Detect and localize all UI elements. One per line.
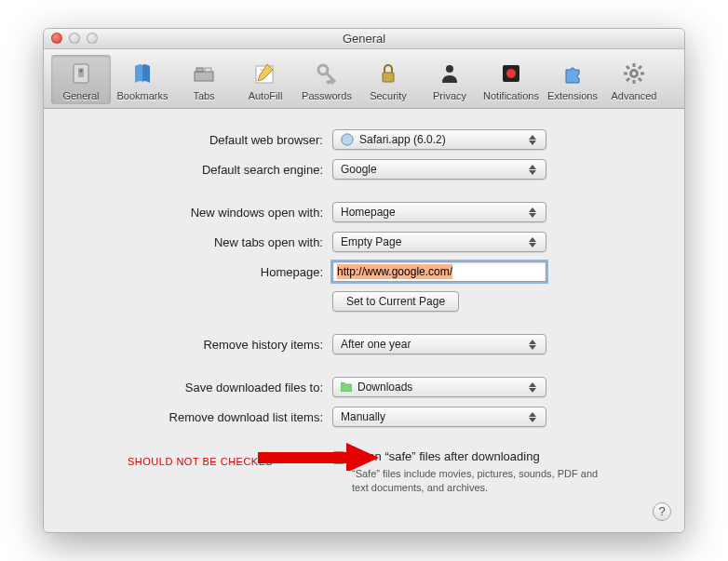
svg-rect-8 xyxy=(383,73,394,82)
default-browser-value: Safari.app (6.0.2) xyxy=(359,133,446,146)
label-new-tabs: New tabs open with: xyxy=(81,235,332,249)
svg-point-13 xyxy=(632,72,636,75)
label-new-windows: New windows open with: xyxy=(81,206,332,220)
tabs-icon xyxy=(189,59,219,88)
preferences-toolbar: GeneralBookmarksTabsAutoFillPasswordsSec… xyxy=(44,49,684,109)
safari-icon xyxy=(341,133,354,146)
toolbar-item-autofill[interactable]: AutoFill xyxy=(236,55,295,104)
open-safe-files-label[interactable]: Open “safe” files after downloading xyxy=(352,449,540,463)
default-search-dropdown[interactable]: Google xyxy=(332,159,546,180)
toolbar-item-label: Passwords xyxy=(302,90,352,101)
person-icon xyxy=(435,59,465,88)
toolbar-item-bookmarks[interactable]: Bookmarks xyxy=(113,55,172,104)
annotation-arrow-icon xyxy=(258,443,379,471)
new-tabs-dropdown[interactable]: Empty Page xyxy=(332,232,546,252)
toolbar-item-label: Privacy xyxy=(433,90,466,101)
open-safe-files-description: “Safe” files include movies, pictures, s… xyxy=(352,467,603,495)
svg-rect-3 xyxy=(195,72,213,81)
switch-icon xyxy=(66,59,96,88)
toolbar-item-passwords[interactable]: Passwords xyxy=(297,55,357,104)
toolbar-item-label: General xyxy=(62,90,99,101)
save-downloads-value: Downloads xyxy=(357,381,412,394)
svg-point-9 xyxy=(446,65,453,73)
svg-rect-4 xyxy=(196,68,203,72)
chevron-updown-icon xyxy=(525,234,540,249)
save-downloads-dropdown[interactable]: Downloads xyxy=(332,377,546,397)
new-tabs-value: Empty Page xyxy=(341,235,401,248)
new-windows-value: Homepage xyxy=(341,206,396,219)
toolbar-item-security[interactable]: Security xyxy=(358,55,418,104)
chevron-updown-icon xyxy=(525,380,540,394)
svg-point-11 xyxy=(506,69,516,78)
toolbar-item-general[interactable]: General xyxy=(51,55,111,104)
toolbar-item-label: AutoFill xyxy=(249,90,283,101)
new-windows-dropdown[interactable]: Homepage xyxy=(332,202,546,222)
toolbar-item-privacy[interactable]: Privacy xyxy=(420,55,479,104)
chevron-updown-icon xyxy=(525,205,540,220)
pencil-icon xyxy=(250,59,280,88)
lock-icon xyxy=(373,59,403,88)
label-remove-history: Remove history items: xyxy=(81,338,332,352)
remove-history-dropdown[interactable]: After one year xyxy=(332,334,546,354)
label-homepage: Homepage: xyxy=(81,265,332,279)
window-title: General xyxy=(44,32,684,46)
toolbar-item-label: Bookmarks xyxy=(116,90,168,101)
annotation-text: SHOULD NOT BE CHECKED xyxy=(128,456,274,467)
svg-rect-15 xyxy=(258,452,351,463)
help-button[interactable]: ? xyxy=(653,502,671,521)
close-icon[interactable] xyxy=(51,33,62,44)
toolbar-item-label: Notifications xyxy=(483,90,539,101)
svg-point-14 xyxy=(342,134,353,145)
set-current-page-button[interactable]: Set to Current Page xyxy=(332,291,459,312)
toolbar-item-label: Advanced xyxy=(612,90,657,101)
chevron-updown-icon xyxy=(525,162,540,177)
default-browser-dropdown[interactable]: Safari.app (6.0.2) xyxy=(332,129,546,150)
remove-history-value: After one year xyxy=(341,338,411,351)
toolbar-item-tabs[interactable]: Tabs xyxy=(174,55,234,104)
label-save-downloads: Save downloaded files to: xyxy=(81,381,332,394)
toolbar-item-label: Extensions xyxy=(547,90,598,101)
remove-downloads-value: Manually xyxy=(341,410,385,423)
toolbar-item-label: Security xyxy=(370,90,407,101)
chevron-updown-icon xyxy=(525,409,540,424)
content-pane: Default web browser: Safari.app (6.0.2) … xyxy=(44,109,684,532)
toolbar-item-extensions[interactable]: Extensions xyxy=(543,55,602,104)
key-icon xyxy=(312,59,342,88)
label-default-search: Default search engine: xyxy=(81,163,332,177)
remove-downloads-dropdown[interactable]: Manually xyxy=(332,407,546,427)
minimize-icon[interactable] xyxy=(69,33,80,44)
folder-icon xyxy=(341,382,352,392)
label-remove-downloads: Remove download list items: xyxy=(81,410,332,424)
homepage-field[interactable]: http://www.google.com/ xyxy=(332,261,546,282)
puzzle-icon xyxy=(558,59,587,88)
homepage-value: http://www.google.com/ xyxy=(337,264,452,279)
zoom-icon[interactable] xyxy=(87,33,98,44)
titlebar: General xyxy=(44,29,684,49)
toolbar-item-label: Tabs xyxy=(193,90,214,101)
label-default-browser: Default web browser: xyxy=(81,133,332,147)
default-search-value: Google xyxy=(341,163,377,176)
toolbar-item-advanced[interactable]: Advanced xyxy=(604,55,664,104)
preferences-window: General GeneralBookmarksTabsAutoFillPass… xyxy=(43,28,685,533)
svg-point-2 xyxy=(80,70,83,73)
window-controls xyxy=(51,33,98,44)
chevron-updown-icon xyxy=(525,132,540,147)
record-icon xyxy=(496,59,526,88)
gear-icon xyxy=(619,59,649,88)
svg-rect-5 xyxy=(205,68,211,72)
book-icon xyxy=(128,59,157,88)
toolbar-item-notifications[interactable]: Notifications xyxy=(481,55,541,104)
chevron-updown-icon xyxy=(525,337,540,352)
